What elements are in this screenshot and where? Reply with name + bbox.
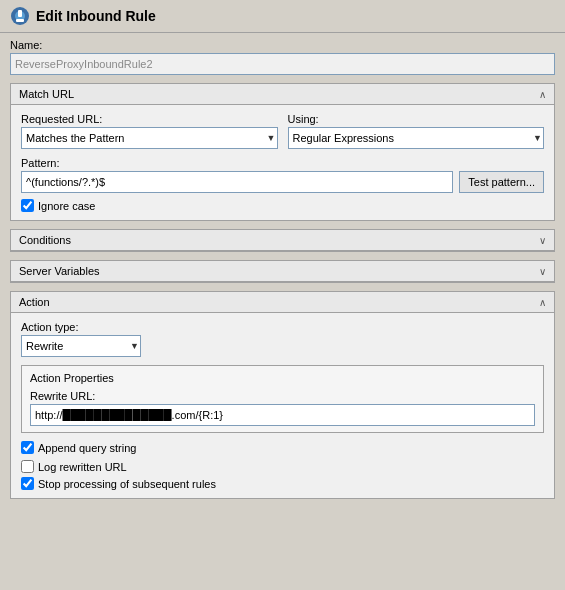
action-properties-title: Action Properties (30, 372, 535, 384)
name-field-group: Name: (10, 39, 555, 75)
page-container: Edit Inbound Rule Name: Match URL ∧ Requ… (0, 0, 565, 517)
log-rewritten-url-checkbox[interactable] (21, 460, 34, 473)
requested-url-select-wrap: Matches the Pattern ▼ (21, 127, 278, 149)
pattern-input[interactable] (21, 171, 453, 193)
using-select-wrap: Regular Expressions ▼ (288, 127, 545, 149)
server-variables-header[interactable]: Server Variables ∨ (11, 261, 554, 282)
using-select[interactable]: Regular Expressions (288, 127, 545, 149)
append-query-string-label: Append query string (38, 442, 136, 454)
page-title: Edit Inbound Rule (36, 8, 156, 24)
match-url-section: Match URL ∧ Requested URL: Matches the P… (10, 83, 555, 221)
rewrite-url-label: Rewrite URL: (30, 390, 535, 402)
action-body: Action type: Rewrite ▼ Action Properties… (11, 313, 554, 498)
action-type-select-wrap: Rewrite ▼ (21, 335, 141, 357)
ignore-case-label: Ignore case (38, 200, 95, 212)
requested-url-col: Requested URL: Matches the Pattern ▼ (21, 113, 278, 149)
stop-processing-label: Stop processing of subsequent rules (38, 478, 216, 490)
action-collapse-icon: ∧ (539, 297, 546, 308)
rewrite-url-input[interactable] (30, 404, 535, 426)
match-url-row: Requested URL: Matches the Pattern ▼ Usi… (21, 113, 544, 149)
name-input[interactable] (10, 53, 555, 75)
log-rewritten-url-row: Log rewritten URL (21, 460, 544, 473)
name-label: Name: (10, 39, 555, 51)
append-query-string-row: Append query string (21, 441, 544, 454)
conditions-collapse-icon: ∨ (539, 235, 546, 246)
requested-url-label: Requested URL: (21, 113, 278, 125)
match-url-title: Match URL (19, 88, 74, 100)
ignore-case-checkbox[interactable] (21, 199, 34, 212)
conditions-section: Conditions ∨ (10, 229, 555, 252)
action-type-select[interactable]: Rewrite (21, 335, 141, 357)
log-rewritten-url-label: Log rewritten URL (38, 461, 127, 473)
using-label: Using: (288, 113, 545, 125)
pattern-row: Pattern: Test pattern... (21, 157, 544, 193)
pattern-input-row: Test pattern... (21, 171, 544, 193)
svg-rect-3 (16, 19, 24, 22)
test-pattern-button[interactable]: Test pattern... (459, 171, 544, 193)
append-query-string-checkbox[interactable] (21, 441, 34, 454)
stop-processing-row: Stop processing of subsequent rules (21, 477, 544, 490)
match-url-body: Requested URL: Matches the Pattern ▼ Usi… (11, 105, 554, 220)
ignore-case-row: Ignore case (21, 199, 544, 212)
action-section: Action ∧ Action type: Rewrite ▼ Action P… (10, 291, 555, 499)
conditions-header[interactable]: Conditions ∨ (11, 230, 554, 251)
action-type-row: Action type: Rewrite ▼ (21, 321, 544, 357)
action-title: Action (19, 296, 50, 308)
form-area: Name: Match URL ∧ Requested URL: Matches… (0, 33, 565, 517)
match-url-header[interactable]: Match URL ∧ (11, 84, 554, 105)
title-bar: Edit Inbound Rule (0, 0, 565, 33)
action-header[interactable]: Action ∧ (11, 292, 554, 313)
stop-processing-checkbox[interactable] (21, 477, 34, 490)
action-type-label: Action type: (21, 321, 544, 333)
svg-rect-2 (18, 10, 22, 17)
server-variables-title: Server Variables (19, 265, 100, 277)
server-variables-collapse-icon: ∨ (539, 266, 546, 277)
pattern-label: Pattern: (21, 157, 544, 169)
server-variables-section: Server Variables ∨ (10, 260, 555, 283)
page-icon (10, 6, 30, 26)
using-col: Using: Regular Expressions ▼ (288, 113, 545, 149)
action-properties-group: Action Properties Rewrite URL: (21, 365, 544, 433)
match-url-collapse-icon: ∧ (539, 89, 546, 100)
conditions-title: Conditions (19, 234, 71, 246)
requested-url-select[interactable]: Matches the Pattern (21, 127, 278, 149)
